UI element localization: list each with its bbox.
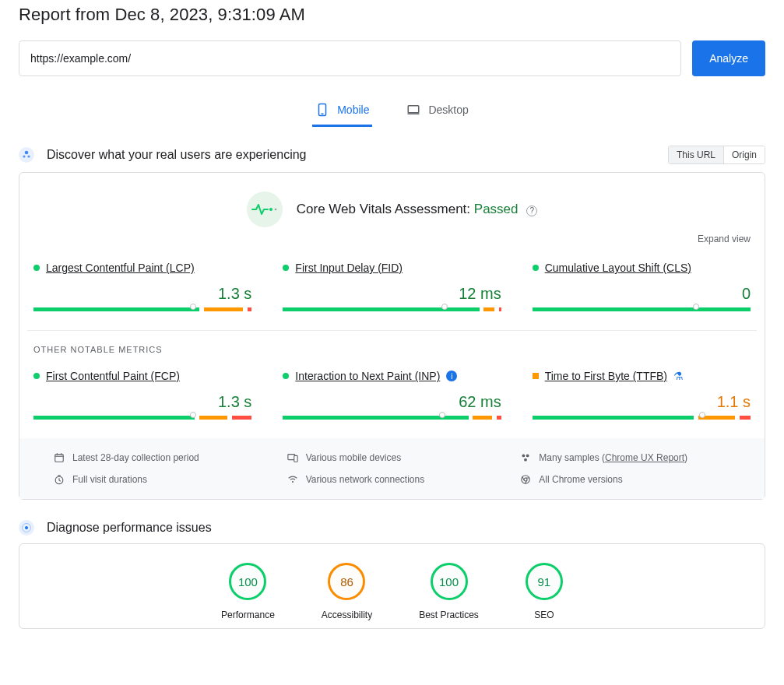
svg-rect-2 — [409, 106, 420, 113]
calendar-icon — [54, 452, 65, 463]
metric-name-link[interactable]: First Contentful Paint (FCP) — [46, 370, 180, 382]
metric-name-link[interactable]: Largest Contentful Paint (LCP) — [46, 262, 195, 274]
tab-desktop[interactable]: Desktop — [403, 97, 471, 127]
experimental-icon: ⚗ — [673, 370, 684, 382]
analyze-button[interactable]: Analyze — [692, 40, 765, 76]
meta-network: Various network connections — [287, 474, 497, 485]
discover-title: Discover what your real users are experi… — [47, 148, 306, 162]
metric: Largest Contentful Paint (LCP)1.3 s — [33, 262, 251, 330]
wifi-icon — [287, 474, 298, 485]
other-metrics-label: OTHER NOTABLE METRICS — [33, 345, 751, 354]
chrome-icon — [520, 474, 531, 485]
svg-point-16 — [526, 454, 529, 457]
metric-pointer-icon — [441, 304, 448, 310]
metric-name-link[interactable]: Time to First Byte (TTFB) — [545, 370, 667, 382]
svg-point-8 — [274, 209, 276, 211]
gauge[interactable]: 86Accessibility — [322, 563, 372, 620]
status-dot-icon — [533, 265, 539, 271]
meta-period-text: Latest 28-day collection period — [72, 452, 199, 463]
gauge-score: 100 — [431, 563, 468, 600]
url-input[interactable] — [19, 40, 681, 76]
metric: Time to First Byte (TTFB)⚗1.1 s — [533, 370, 751, 438]
meta-durations-text: Full visit durations — [72, 474, 147, 485]
meta-samples-post: ) — [684, 452, 687, 463]
vitals-card: Core Web Vitals Assessment: Passed ? Exp… — [19, 172, 765, 500]
diagnose-icon — [19, 520, 34, 536]
gauge-score: 91 — [526, 563, 563, 600]
metric-bar — [283, 307, 501, 311]
metric-bar — [283, 416, 501, 420]
svg-point-7 — [269, 208, 272, 211]
svg-point-4 — [25, 151, 29, 155]
gauge-label: Best Practices — [419, 609, 479, 620]
gauges-row: 100Performance86Accessibility100Best Pra… — [19, 544, 765, 628]
meta-devices: Various mobile devices — [287, 452, 497, 463]
metric-bar — [533, 307, 751, 311]
status-dot-icon — [283, 265, 289, 271]
diagnose-title: Diagnose performance issues — [47, 521, 212, 535]
tab-mobile[interactable]: Mobile — [312, 97, 372, 127]
metric-value: 0 — [533, 285, 751, 303]
toggle-origin[interactable]: Origin — [723, 146, 765, 163]
diagnose-header: Diagnose performance issues — [19, 520, 765, 536]
clock-icon — [54, 474, 65, 485]
metrics-secondary: First Contentful Paint (FCP)1.3 sInterac… — [33, 370, 751, 438]
desktop-icon — [406, 103, 420, 117]
status-dot-icon — [283, 373, 289, 379]
devices-icon — [287, 452, 298, 463]
metric-name-link[interactable]: Cumulative Layout Shift (CLS) — [545, 262, 691, 274]
toggle-this-url[interactable]: This URL — [669, 146, 723, 163]
metric-pointer-icon — [439, 412, 445, 418]
gauge-score: 86 — [328, 563, 365, 600]
metric: Cumulative Layout Shift (CLS)0 — [533, 262, 751, 330]
metric-bar — [33, 307, 251, 311]
status-square-icon — [533, 373, 539, 379]
metrics-primary: Largest Contentful Paint (LCP)1.3 sFirst… — [33, 262, 751, 330]
svg-point-23 — [25, 526, 28, 529]
vitals-header: Core Web Vitals Assessment: Passed ? — [33, 191, 751, 227]
svg-point-6 — [27, 155, 30, 157]
crux-link[interactable]: Chrome UX Report — [605, 452, 684, 463]
vitals-status: Passed — [474, 202, 519, 216]
gauge-label: Performance — [221, 609, 275, 620]
metric-bar — [33, 416, 251, 420]
meta-durations: Full visit durations — [54, 474, 264, 485]
metric: Interaction to Next Paint (INP)i62 ms — [283, 370, 501, 438]
gauge[interactable]: 100Performance — [221, 563, 275, 620]
meta-samples-pre: Many samples ( — [539, 452, 605, 463]
metric-name-link[interactable]: Interaction to Next Paint (INP) — [295, 370, 440, 382]
gauge[interactable]: 91SEO — [526, 563, 563, 620]
meta-samples: Many samples (Chrome UX Report) — [520, 452, 730, 463]
tab-desktop-label: Desktop — [428, 104, 468, 116]
help-icon[interactable]: ? — [526, 206, 537, 216]
url-row: Analyze — [19, 40, 765, 76]
svg-rect-9 — [55, 455, 64, 462]
divider — [27, 330, 757, 331]
metric-pointer-icon — [693, 304, 699, 310]
samples-icon — [520, 452, 531, 463]
svg-point-19 — [292, 481, 294, 483]
metric-value: 12 ms — [283, 285, 501, 303]
metric-value: 1.1 s — [533, 393, 751, 411]
metric-name-link[interactable]: First Input Delay (FID) — [295, 262, 403, 274]
gauge-label: Accessibility — [322, 609, 372, 620]
svg-point-15 — [522, 454, 526, 457]
svg-point-5 — [23, 155, 25, 157]
vitals-pass-icon — [247, 191, 283, 227]
metric: First Input Delay (FID)12 ms — [283, 262, 501, 330]
tab-mobile-label: Mobile — [337, 104, 369, 116]
meta-period: Latest 28-day collection period — [54, 452, 264, 463]
info-icon[interactable]: i — [446, 371, 457, 381]
meta-box: Latest 28-day collection period Various … — [19, 438, 765, 499]
metric-value: 62 ms — [283, 393, 501, 411]
gauge-label: SEO — [534, 609, 554, 620]
metric-value: 1.3 s — [33, 393, 251, 411]
mobile-icon — [315, 103, 329, 117]
expand-view-link[interactable]: Expand view — [33, 234, 751, 244]
meta-devices-text: Various mobile devices — [306, 452, 402, 463]
svg-rect-14 — [294, 455, 297, 462]
meta-versions-text: All Chrome versions — [539, 474, 622, 485]
status-dot-icon — [33, 265, 40, 271]
gauge[interactable]: 100Best Practices — [419, 563, 479, 620]
metric: First Contentful Paint (FCP)1.3 s — [33, 370, 251, 438]
